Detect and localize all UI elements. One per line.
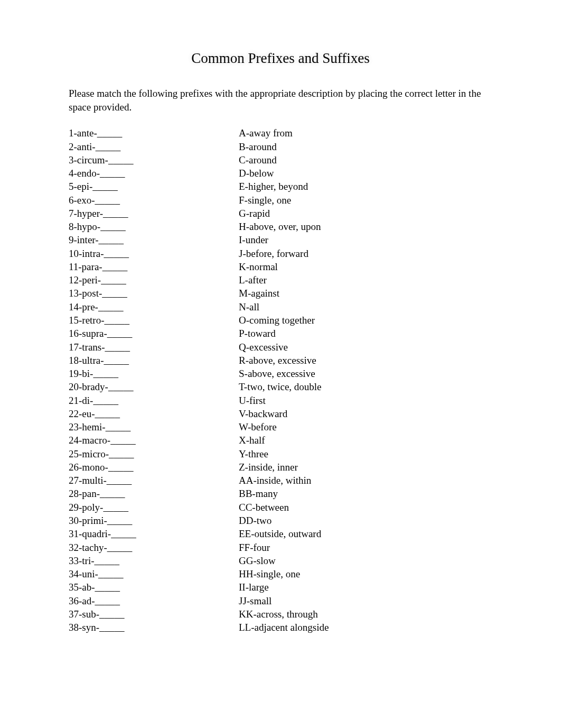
answer-item: F-single, one [239,193,492,207]
answer-item: R-above, excessive [239,354,492,367]
answer-item: C-around [239,153,492,167]
prefix-item: 25-micro-_____ [69,447,239,460]
answer-item: L-after [239,273,492,287]
answer-item: KK-across, through [239,607,492,621]
answer-item: Q-excessive [239,340,492,354]
answer-item: M-against [239,287,492,300]
answer-item: DD-two [239,514,492,527]
answer-item: S-above, excessive [239,367,492,380]
prefix-item: 27-multi-_____ [69,474,239,487]
answer-item: B-around [239,140,492,153]
answer-item: LL-adjacent alongside [239,621,492,634]
prefix-item: 35-ab-_____ [69,580,239,594]
answer-item: U-first [239,394,492,407]
prefix-item: 15-retro-_____ [69,314,239,327]
prefix-item: 20-brady-_____ [69,380,239,393]
prefix-item: 36-ad-_____ [69,594,239,607]
prefix-item: 12-peri-_____ [69,273,239,287]
prefix-item: 22-eu-_____ [69,407,239,420]
prefix-item: 19-bi-_____ [69,367,239,380]
answer-item: Z-inside, inner [239,460,492,474]
instructions-text: Please match the following prefixes with… [69,87,492,114]
prefix-item: 21-di-_____ [69,394,239,407]
answer-item: K-normal [239,260,492,273]
answer-item: G-rapid [239,207,492,220]
prefix-item: 37-sub-_____ [69,607,239,621]
prefix-item: 29-poly-_____ [69,501,239,514]
answer-item: Y-three [239,447,492,460]
answer-item: BB-many [239,487,492,500]
answer-item: H-above, over, upon [239,220,492,233]
answer-item: P-toward [239,327,492,340]
matching-columns: 1-ante-_____2-anti-_____3-circum-_____4-… [69,126,492,634]
prefix-item: 11-para-_____ [69,260,239,273]
answer-item: I-under [239,233,492,246]
answer-item: CC-between [239,501,492,514]
answer-item: FF-four [239,541,492,554]
answer-item: X-half [239,434,492,447]
answer-item: V-backward [239,407,492,420]
prefix-item: 3-circum-_____ [69,153,239,167]
answer-item: E-higher, beyond [239,180,492,193]
prefix-item: 1-ante-_____ [69,126,239,140]
prefix-item: 13-post-_____ [69,287,239,300]
prefix-item: 4-endo-_____ [69,167,239,180]
prefix-item: 18-ultra-_____ [69,354,239,367]
prefix-item: 8-hypo-_____ [69,220,239,233]
prefix-item: 14-pre-_____ [69,300,239,314]
prefix-item: 38-syn-_____ [69,621,239,634]
prefix-item: 16-supra-_____ [69,327,239,340]
prefix-item: 10-intra-_____ [69,247,239,260]
answer-item: A-away from [239,126,492,140]
prefix-item: 2-anti-_____ [69,140,239,153]
prefix-item: 5-epi-_____ [69,180,239,193]
answer-item: EE-outside, outward [239,527,492,540]
prefix-item: 34-uni-_____ [69,567,239,580]
answer-item: II-large [239,580,492,594]
prefix-item: 28-pan-_____ [69,487,239,500]
answer-item: HH-single, one [239,567,492,580]
prefix-item: 23-hemi-_____ [69,420,239,434]
page-title: Common Prefixes and Suffixes [69,50,492,67]
prefix-item: 32-tachy-_____ [69,541,239,554]
prefix-item: 33-tri-_____ [69,554,239,567]
answer-item: W-before [239,420,492,434]
answer-item: GG-slow [239,554,492,567]
prefix-item: 30-primi-_____ [69,514,239,527]
answer-item: O-coming together [239,314,492,327]
prefix-item: 9-inter-_____ [69,233,239,246]
answer-item: J-before, forward [239,247,492,260]
prefix-item: 17-trans-_____ [69,340,239,354]
answer-item: JJ-small [239,594,492,607]
answer-column: A-away fromB-aroundC-aroundD-belowE-high… [239,126,492,634]
prefix-column: 1-ante-_____2-anti-_____3-circum-_____4-… [69,126,239,634]
prefix-item: 26-mono-_____ [69,460,239,474]
answer-item: AA-inside, within [239,474,492,487]
prefix-item: 24-macro-_____ [69,434,239,447]
prefix-item: 31-quadri-_____ [69,527,239,540]
prefix-item: 7-hyper-_____ [69,207,239,220]
answer-item: T-two, twice, double [239,380,492,393]
answer-item: D-below [239,167,492,180]
prefix-item: 6-exo-_____ [69,193,239,207]
answer-item: N-all [239,300,492,314]
